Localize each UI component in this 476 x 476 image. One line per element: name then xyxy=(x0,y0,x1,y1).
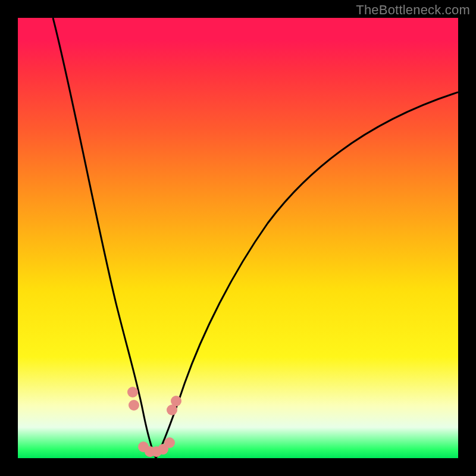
watermark-text: TheBottleneck.com xyxy=(356,2,470,18)
bottleneck-curve xyxy=(18,18,458,458)
marker-dot xyxy=(127,387,138,397)
marker-dot xyxy=(164,437,175,448)
curve-right-branch xyxy=(156,92,458,458)
curve-left-branch xyxy=(53,18,156,458)
marker-dots xyxy=(127,387,181,457)
marker-dot xyxy=(129,400,139,411)
chart-frame: TheBottleneck.com xyxy=(0,0,476,476)
marker-dot xyxy=(171,396,181,406)
plot-area xyxy=(18,18,458,458)
